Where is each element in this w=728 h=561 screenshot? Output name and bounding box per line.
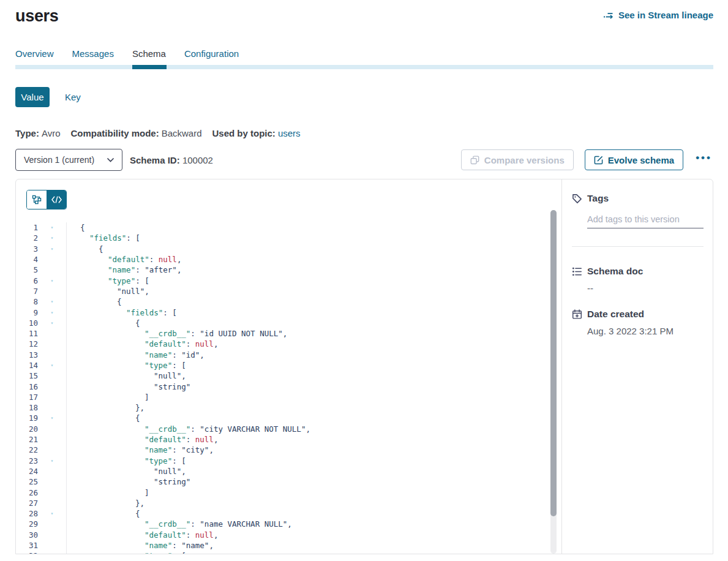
- code-line: 7"null",: [16, 286, 561, 296]
- evolve-schema-button[interactable]: Evolve schema: [585, 149, 683, 170]
- key-toggle-button[interactable]: Key: [65, 92, 81, 102]
- code-line: 15"null",: [16, 371, 561, 381]
- code-line: 30"default": null,: [16, 530, 561, 540]
- fold-toggle-icon[interactable]: ▾: [38, 320, 66, 326]
- code-editor-area: 1▾{2▾"fields": [3▾{4"default": null,5"na…: [16, 222, 561, 554]
- fold-toggle-icon[interactable]: ▾: [38, 458, 66, 464]
- line-number: 4: [16, 255, 38, 264]
- compatibility-mode-label: Compatibility mode:: [70, 128, 159, 138]
- line-number: 31: [16, 541, 38, 550]
- schema-meta-row: Type:Avro Compatibility mode:Backward Us…: [15, 128, 713, 138]
- code-line: 9▾"fields": [: [16, 307, 561, 317]
- version-toolbar: Version 1 (current) Schema ID: 100002 Co…: [15, 149, 713, 171]
- editor-scrollbar-track[interactable]: [550, 210, 557, 554]
- line-number: 22: [16, 445, 38, 454]
- schema-doc-heading-label: Schema doc: [587, 266, 643, 277]
- value-toggle-button[interactable]: Value: [15, 87, 50, 107]
- schema-editor: 1▾{2▾"fields": [3▾{4"default": null,5"na…: [16, 179, 562, 554]
- value-key-toggle: Value Key: [15, 87, 713, 107]
- line-number: 16: [16, 382, 38, 391]
- editor-scrollbar-thumb[interactable]: [550, 210, 557, 516]
- used-by-topic-link[interactable]: users: [278, 128, 301, 138]
- edit-icon: [594, 156, 603, 165]
- see-in-stream-lineage-link[interactable]: See in Stream lineage: [603, 10, 713, 20]
- gutter-separator: [66, 222, 67, 554]
- calendar-plus-icon: [572, 309, 582, 320]
- code-line: 1▾{: [16, 222, 561, 233]
- fold-toggle-icon[interactable]: ▾: [38, 246, 66, 252]
- code-line: 17]: [16, 392, 561, 402]
- code-line: 32▾"type": [: [16, 551, 561, 554]
- line-number: 14: [16, 361, 38, 370]
- schema-doc-heading: Schema doc: [572, 266, 704, 277]
- tree-view-toggle[interactable]: [27, 190, 47, 209]
- line-number: 1: [16, 223, 38, 232]
- fold-toggle-icon[interactable]: ▾: [38, 278, 66, 284]
- list-icon: [572, 266, 582, 277]
- tab-schema[interactable]: Schema: [132, 48, 166, 65]
- sidebar-divider: [572, 246, 704, 247]
- tags-input[interactable]: [587, 213, 704, 228]
- line-number: 6: [16, 276, 38, 285]
- fold-toggle-icon[interactable]: ▾: [38, 299, 66, 304]
- tab-overview[interactable]: Overview: [15, 48, 54, 65]
- tab-bar: Overview Messages Schema Configuration: [15, 48, 713, 65]
- tags-heading: Tags: [572, 193, 704, 204]
- compare-versions-button[interactable]: Compare versions: [461, 149, 574, 170]
- schema-id-label: Schema ID:: [130, 155, 180, 165]
- fold-toggle-icon[interactable]: ▾: [38, 235, 66, 241]
- fold-toggle-icon[interactable]: ▾: [38, 553, 66, 554]
- line-number: 21: [16, 435, 38, 444]
- version-select[interactable]: Version 1 (current): [15, 149, 122, 171]
- code-line: 13"name": "id",: [16, 350, 561, 360]
- code-line: 16"string": [16, 381, 561, 391]
- line-number: 15: [16, 371, 38, 380]
- schema-doc-value: --: [587, 283, 704, 293]
- code-line: 3▾{: [16, 244, 561, 254]
- code-line: 12"default": null,: [16, 339, 561, 349]
- tab-configuration[interactable]: Configuration: [184, 48, 239, 65]
- schema-panel: 1▾{2▾"fields": [3▾{4"default": null,5"na…: [15, 179, 713, 554]
- version-select-value: Version 1 (current): [24, 155, 94, 165]
- line-number: 27: [16, 499, 38, 508]
- line-number: 19: [16, 413, 38, 423]
- code-line: 8▾{: [16, 296, 561, 307]
- code-line: 10▾{: [16, 318, 561, 328]
- line-number: 26: [16, 488, 38, 497]
- used-by-topic-label: Used by topic:: [212, 128, 276, 138]
- code-line: 5"name": "after",: [16, 265, 561, 275]
- fold-toggle-icon[interactable]: ▾: [38, 310, 66, 315]
- stream-lineage-icon: [603, 11, 614, 20]
- line-number: 28: [16, 509, 38, 518]
- line-number: 18: [16, 403, 38, 412]
- line-number: 32: [16, 551, 38, 554]
- page-header: users See in Stream lineage: [15, 0, 713, 26]
- schema-sidebar: Tags Schema doc --: [562, 179, 713, 554]
- tags-heading-label: Tags: [587, 193, 609, 204]
- code-line: 22"name": "city",: [16, 445, 561, 455]
- line-number: 10: [16, 318, 38, 328]
- line-number: 24: [16, 467, 38, 476]
- line-number: 7: [16, 287, 38, 296]
- tab-messages[interactable]: Messages: [72, 48, 114, 65]
- line-number: 29: [16, 519, 38, 529]
- line-number: 3: [16, 244, 38, 254]
- fold-toggle-icon[interactable]: ▾: [38, 511, 66, 516]
- code-line: 18},: [16, 402, 561, 413]
- lineage-link-label: See in Stream lineage: [618, 10, 713, 20]
- code-line: 4"default": null,: [16, 254, 561, 265]
- line-number: 11: [16, 329, 38, 338]
- code-lines: 1▾{2▾"fields": [3▾{4"default": null,5"na…: [16, 222, 561, 554]
- line-number: 30: [16, 530, 38, 540]
- line-number: 2: [16, 233, 38, 243]
- chevron-down-icon: [107, 158, 114, 162]
- fold-toggle-icon[interactable]: ▾: [38, 415, 66, 421]
- fold-toggle-icon[interactable]: ▾: [38, 225, 66, 230]
- code-view-toggle[interactable]: [47, 190, 66, 209]
- date-created-value: Aug. 3 2022 3:21 PM: [587, 326, 704, 336]
- more-options-button[interactable]: •••: [694, 152, 713, 168]
- code-line: 24"null",: [16, 466, 561, 476]
- fold-toggle-icon[interactable]: ▾: [38, 363, 66, 368]
- date-created-heading: Date created: [572, 309, 704, 320]
- evolve-schema-label: Evolve schema: [608, 155, 674, 165]
